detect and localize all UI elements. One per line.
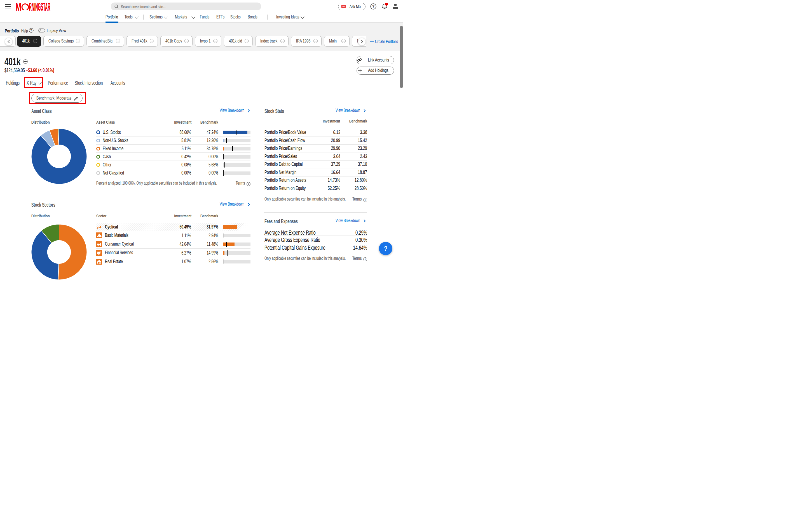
svg-text:?: ? [30,28,32,32]
svg-text:M: M [15,3,21,11]
svg-text:?: ? [372,4,374,8]
svg-text:RNINGSTAR: RNINGSTAR [29,3,50,11]
